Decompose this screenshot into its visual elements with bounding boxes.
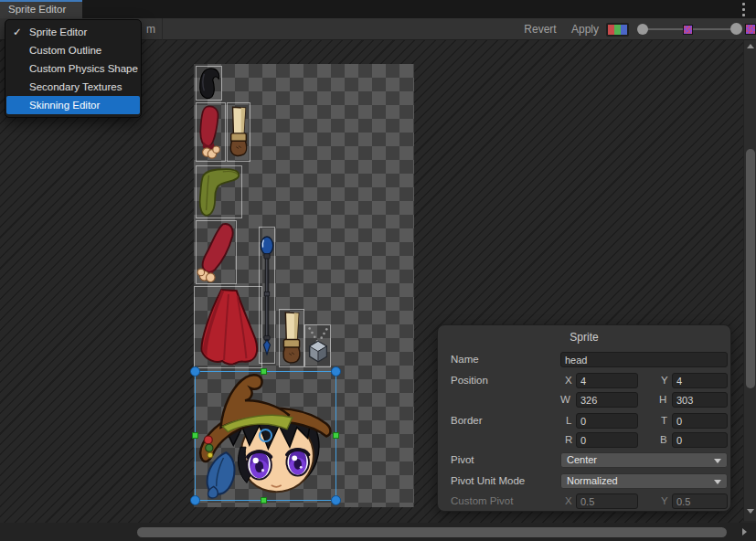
vertical-scrollbar[interactable] [743,40,756,521]
title-bar: Sprite Editor [0,0,756,18]
pivot-handle[interactable] [259,429,272,442]
sprite-rect-arm[interactable] [196,102,226,162]
sprite-rect-boot-2[interactable] [279,309,304,367]
sprite-rect-sleeve[interactable] [196,220,237,284]
sprite-editor-mode-menu: ✓ Sprite Editor Custom Outline Custom Ph… [5,19,142,118]
menu-item-label: Skinning Editor [29,100,100,111]
sprite-boot-art [280,310,303,366]
selection-handle-left[interactable] [192,432,198,439]
menu-item-label: Custom Physics Shape [29,63,138,74]
sprite-rect-boot-1[interactable] [227,102,250,162]
sprite-robe-art [195,287,261,367]
y-axis-label: Y [661,375,668,386]
menu-item-secondary-textures[interactable]: Secondary Textures [5,78,141,96]
pivot-unit-mode-dropdown[interactable]: Normalized [560,473,728,489]
border-label: Border [451,415,483,426]
sprite-rect-robe[interactable] [194,286,262,368]
position-x-input[interactable] [576,373,638,388]
l-axis-label: L [566,415,571,426]
scroll-up-arrow-icon[interactable] [747,44,754,48]
mip-small-texture-icon [683,25,693,35]
border-r-input[interactable] [576,432,638,448]
selection-handle-top-right[interactable] [331,366,341,377]
selection-handle-bottom-left[interactable] [190,495,200,505]
texture-canvas[interactable] [194,64,414,507]
custom-pivot-x-label: X [565,495,572,506]
scroll-right-arrow-icon[interactable] [742,528,747,536]
selection-handle-top-left[interactable] [190,366,200,377]
x-axis-label: X [565,375,572,386]
horizontal-scrollbar-thumb[interactable] [137,527,727,537]
border-b-input[interactable] [672,432,728,448]
pivot-unit-mode-value: Normalized [567,475,618,486]
menu-item-sprite-editor[interactable]: ✓ Sprite Editor [5,23,141,41]
menu-item-label: Sprite Editor [29,27,87,37]
selection-handle-right[interactable] [333,432,339,439]
menu-item-custom-physics-shape[interactable]: Custom Physics Shape [5,59,141,78]
position-label: Position [451,375,488,386]
custom-pivot-y-label: Y [661,495,668,506]
t-axis-label: T [661,415,667,426]
rgb-color-toggle-icon[interactable] [606,23,629,37]
border-t-input[interactable] [672,413,728,429]
pivot-dropdown[interactable]: Center [560,452,728,468]
sprite-rect-pendant[interactable] [304,324,331,367]
selection-handle-top[interactable] [261,368,267,375]
custom-pivot-y-input [672,493,728,509]
mip-large-texture-icon [745,24,756,35]
mip-slider-thumb[interactable] [730,23,742,35]
position-w-input[interactable] [576,392,638,408]
tab-sprite-editor[interactable]: Sprite Editor [0,0,82,18]
kebab-menu-icon[interactable] [738,3,749,16]
sprite-pendant-art [305,325,330,366]
sprite-editor-window: Sprite Editor m Revert Apply [0,0,756,541]
pivot-label: Pivot [451,454,474,465]
pivot-value: Center [567,454,597,465]
panel-title: Sprite [438,331,730,344]
selection-handle-bottom-right[interactable] [331,495,341,505]
sprite-sleeve-art [197,221,236,283]
chevron-down-icon [714,459,721,463]
position-y-input[interactable] [672,373,728,388]
border-l-input[interactable] [576,413,638,429]
sprite-rect-hair[interactable] [196,66,222,101]
menu-item-label: Secondary Textures [29,81,122,92]
trim-button-partial[interactable]: m [142,18,160,40]
sprite-rect-scarf[interactable] [196,165,242,218]
checkmark-icon: ✓ [13,23,26,41]
menu-item-custom-outline[interactable]: Custom Outline [5,41,141,59]
r-axis-label: R [565,434,572,445]
sprite-arm-art [197,103,225,161]
pivot-unit-mode-label: Pivot Unit Mode [451,475,525,486]
name-label: Name [451,354,479,365]
chevron-down-icon [714,480,721,484]
sprite-hair-art [197,67,221,100]
w-axis-label: W [560,394,570,405]
revert-button[interactable]: Revert [517,18,563,40]
custom-pivot-x-input [576,493,638,509]
custom-pivot-label: Custom Pivot [451,495,513,506]
sprite-boot-art [228,103,250,161]
position-h-input[interactable] [672,392,728,408]
sprite-scarf-art [197,166,241,217]
menu-item-label: Custom Outline [29,45,101,56]
menu-item-skinning-editor[interactable]: Skinning Editor [6,96,140,114]
name-input[interactable] [560,352,728,367]
selection-handle-bottom[interactable] [261,497,267,504]
b-axis-label: B [660,434,667,445]
vertical-scrollbar-thumb[interactable] [746,149,755,388]
sprite-inspector-panel: Sprite Name Position X Y W H Border L T … [437,324,731,512]
apply-button[interactable]: Apply [565,18,605,40]
selected-sprite-head[interactable] [195,371,336,501]
zoom-slider-thumb[interactable] [637,24,648,35]
h-axis-label: H [659,394,666,405]
toolbar-separator [162,18,163,40]
scroll-down-arrow-icon[interactable] [747,509,754,514]
horizontal-scrollbar[interactable] [0,523,756,541]
